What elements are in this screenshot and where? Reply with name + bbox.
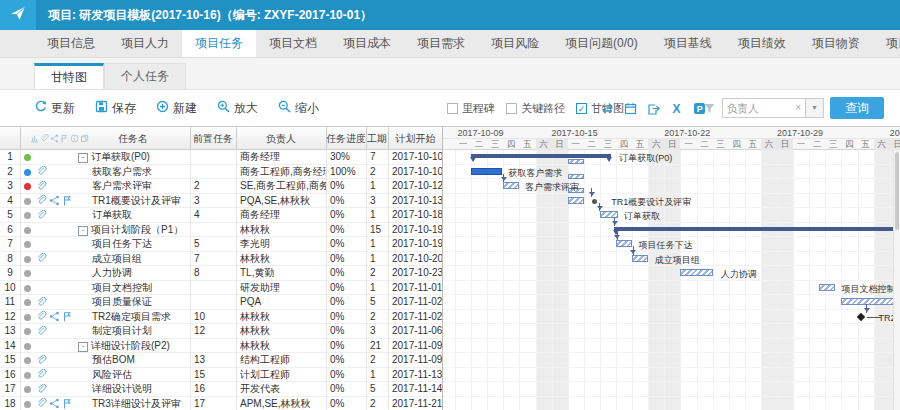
nav-item-1[interactable]: 项目信息 bbox=[34, 30, 108, 57]
task-bar[interactable] bbox=[471, 168, 502, 175]
nav-item-2[interactable]: 项目人力 bbox=[108, 30, 182, 57]
toolbar-button[interactable]: 保存 bbox=[95, 100, 136, 117]
nav-item-3[interactable]: 项目任务 bbox=[182, 30, 256, 57]
owner-filter-select[interactable]: 负责人 × bbox=[722, 98, 806, 118]
task-name-cell[interactable]: 风险评估 bbox=[76, 368, 206, 383]
gantt-row[interactable] bbox=[443, 339, 893, 354]
attach-icon[interactable] bbox=[36, 210, 47, 221]
table-row[interactable]: 11项目质量保证PQA0%52017-11-02 bbox=[0, 295, 442, 310]
table-row[interactable]: 1-订单获取(P0)商务经理30%72017-10-10 bbox=[0, 150, 442, 165]
col-header-predecessor[interactable]: 前置任务 bbox=[190, 127, 236, 150]
task-name-cell[interactable]: TR2确定项目需求 bbox=[76, 310, 206, 325]
table-row[interactable]: 14-详细设计阶段(P2)林秋秋0%212017-11-09 bbox=[0, 339, 442, 354]
collapse-toggle[interactable]: - bbox=[78, 226, 88, 236]
nav-item-6[interactable]: 项目需求 bbox=[404, 30, 478, 57]
nav-item-4[interactable]: 项目文档 bbox=[256, 30, 330, 57]
chevron-down-icon[interactable]: ▼ bbox=[806, 98, 824, 118]
task-name-cell[interactable]: 订单获取 bbox=[76, 208, 206, 223]
search-button[interactable]: 查询 bbox=[830, 97, 884, 119]
col-header-duration[interactable]: 工期 bbox=[366, 127, 388, 150]
toolbar-button[interactable]: 更新 bbox=[34, 100, 75, 117]
toolbar-button[interactable]: 缩小 bbox=[278, 100, 319, 117]
excel-icon[interactable]: X bbox=[670, 102, 683, 115]
attach-icon[interactable] bbox=[36, 398, 47, 409]
table-row[interactable]: 13制定项目计划12林秋秋0%32017-11-06 bbox=[0, 324, 442, 339]
planned-task-bar[interactable] bbox=[680, 269, 712, 276]
toolbar-button[interactable]: 放大 bbox=[217, 100, 258, 117]
gantt-row[interactable]: 项目任务下达 bbox=[443, 237, 893, 252]
nav-item-10[interactable]: 项目绩效 bbox=[725, 30, 799, 57]
branch-icon[interactable] bbox=[49, 311, 60, 322]
flag-icon[interactable] bbox=[62, 311, 73, 322]
table-row[interactable]: 18TR3详细设计及评审17APM,SE,林秋秋0%22017-11-21 bbox=[0, 397, 442, 410]
gantt-row[interactable] bbox=[443, 223, 893, 238]
task-name-cell[interactable]: 项目文档控制 bbox=[76, 281, 206, 296]
attach-icon[interactable] bbox=[36, 355, 47, 366]
flag-icon[interactable] bbox=[60, 134, 69, 143]
gantt-row[interactable]: 获取客户需求 bbox=[443, 165, 893, 180]
table-row[interactable]: 15预估BOM13结构工程师0%22017-11-09 bbox=[0, 353, 442, 368]
task-name-cell[interactable]: TR3详细设计及评审 bbox=[76, 397, 206, 410]
summary-bar[interactable] bbox=[471, 154, 611, 158]
checkbox-checked[interactable]: ✓ bbox=[576, 103, 587, 114]
table-row[interactable]: 2获取客户需求商务工程师,商务经理100%22017-10-10 bbox=[0, 165, 442, 180]
toolbar-button[interactable]: 新建 bbox=[156, 100, 197, 117]
clear-filter-icon[interactable]: × bbox=[795, 99, 801, 117]
gantt-row[interactable]: 成立项目组 bbox=[443, 252, 893, 267]
attach-icon[interactable] bbox=[36, 297, 47, 308]
attach-icon[interactable] bbox=[36, 195, 47, 206]
scrollbar-thumb[interactable] bbox=[895, 152, 899, 230]
table-row[interactable]: 10项目文档控制研发助理0%12017-11-01 bbox=[0, 281, 442, 296]
task-name-cell[interactable]: 人力协调 bbox=[76, 266, 206, 281]
branch-icon[interactable] bbox=[49, 398, 60, 409]
checkbox[interactable] bbox=[506, 103, 517, 114]
attach-icon[interactable] bbox=[36, 166, 47, 177]
table-row[interactable]: 9人力协调8TL,黄勤0%22017-10-23 bbox=[0, 266, 442, 281]
attach-icon[interactable] bbox=[36, 369, 47, 380]
attach-icon[interactable] bbox=[40, 134, 49, 143]
table-row[interactable]: 17详细设计说明16开发代表0%52017-11-14 bbox=[0, 382, 442, 397]
nav-item-11[interactable]: 项目物资 bbox=[799, 30, 873, 57]
gantt-row[interactable]: TR2确定项目需求 bbox=[443, 310, 893, 325]
task-name-cell[interactable]: TR1概要设计及评审 bbox=[76, 194, 206, 209]
tab-personal-tasks[interactable]: 个人任务 bbox=[104, 63, 186, 89]
table-row[interactable]: 6-项目计划阶段（P1）林秋秋0%152017-10-19 bbox=[0, 223, 442, 238]
table-row[interactable]: 16风险评估15计划工程师0%12017-11-13 bbox=[0, 368, 442, 383]
gantt-row[interactable]: 订单获取(P0) bbox=[443, 150, 893, 165]
attach-icon[interactable] bbox=[36, 181, 47, 192]
task-name-cell[interactable]: 成立项目组 bbox=[76, 252, 206, 267]
gantt-row[interactable] bbox=[443, 397, 893, 410]
flag-icon[interactable] bbox=[62, 195, 73, 206]
planned-task-bar[interactable] bbox=[819, 284, 835, 291]
task-name-cell[interactable]: 项目任务下达 bbox=[76, 237, 206, 252]
task-name-cell[interactable]: 制定项目计划 bbox=[76, 324, 206, 339]
gantt-row[interactable]: 订单获取 bbox=[443, 208, 893, 223]
attach-icon[interactable] bbox=[36, 311, 47, 322]
table-row[interactable]: 8成立项目组7林秋秋0%12017-10-20 bbox=[0, 252, 442, 267]
gantt-row[interactable] bbox=[443, 324, 893, 339]
checkbox-item[interactable]: 关键路径 bbox=[506, 101, 565, 116]
tab-gantt[interactable]: 甘特图 bbox=[34, 63, 104, 89]
collapse-toggle[interactable]: - bbox=[78, 342, 88, 352]
attach-icon[interactable] bbox=[36, 253, 47, 264]
col-header-owner[interactable]: 负责人 bbox=[236, 127, 326, 150]
export-icon[interactable] bbox=[647, 102, 660, 115]
nav-item-12[interactable]: 项目报表 bbox=[873, 30, 900, 57]
flag-icon[interactable] bbox=[62, 398, 73, 409]
collapse-toggle[interactable]: - bbox=[78, 153, 88, 163]
task-name-cell[interactable]: 获取客户需求 bbox=[76, 165, 206, 180]
gantt-row[interactable]: 项目文档控制 bbox=[443, 281, 893, 296]
gantt-row[interactable]: 客户需求评审 bbox=[443, 179, 893, 194]
checkbox[interactable] bbox=[447, 103, 458, 114]
task-name-cell[interactable]: -订单获取(P0) bbox=[76, 150, 192, 165]
table-row[interactable]: 7项目任务下达5李光明0%12017-10-19 bbox=[0, 237, 442, 252]
nav-item-8[interactable]: 项目问题(0/0) bbox=[552, 30, 651, 57]
attach-icon[interactable] bbox=[36, 384, 47, 395]
planned-task-bar[interactable] bbox=[568, 197, 584, 204]
gantt-row[interactable] bbox=[443, 368, 893, 383]
table-row[interactable]: 5订单获取4商务经理0%12017-10-18 bbox=[0, 208, 442, 223]
gantt-row[interactable] bbox=[443, 295, 893, 310]
swap-icon[interactable] bbox=[601, 102, 614, 115]
summary-bar[interactable] bbox=[614, 227, 893, 231]
table-row[interactable]: 4TR1概要设计及评审3PQA,SE,林秋秋0%32017-10-13 bbox=[0, 194, 442, 209]
